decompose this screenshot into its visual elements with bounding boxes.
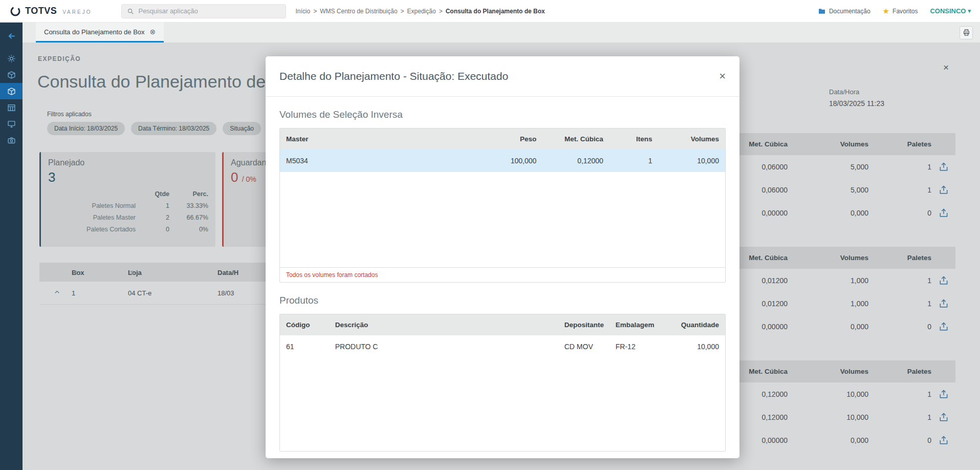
- totvs-logo: TOTVS VAREJO: [9, 5, 92, 17]
- cell-quantidade: 10,000: [663, 343, 725, 351]
- sidebar-item-monitor[interactable]: [0, 116, 23, 132]
- cell-depositante: CD MOV: [558, 343, 609, 351]
- cell-descricao: PRODUTO C: [329, 343, 558, 351]
- sidebar: [0, 23, 23, 470]
- brand-product: VAREJO: [62, 9, 92, 15]
- cell-master: M5034: [280, 157, 467, 165]
- app-window: TOTVS VAREJO Início > WMS Centro de Dist…: [0, 0, 980, 470]
- table-row-selected[interactable]: M5034 100,000 0,12000 1 10,000: [280, 149, 725, 172]
- modal-body: Volumes de Seleção Inversa Master Peso M…: [266, 97, 739, 458]
- sidebar-item-camera[interactable]: [0, 132, 23, 148]
- sidebar-item-package[interactable]: [0, 67, 23, 83]
- sidebar-item-grid[interactable]: [0, 99, 23, 116]
- package-icon: [7, 71, 16, 79]
- volumes-cut-note: Todos os volumes foram cortados: [280, 267, 725, 282]
- volumes-table-header: Master Peso Met. Cúbica Itens Volumes: [280, 129, 725, 149]
- produtos-table-header: Código Descrição Depositante Embalagem Q…: [280, 314, 725, 335]
- col-quantidade: Quantidade: [663, 321, 725, 329]
- col-itens: Itens: [609, 135, 659, 143]
- table-empty-space: [280, 358, 725, 451]
- col-peso: Peso: [467, 135, 542, 143]
- search-input[interactable]: [138, 7, 280, 15]
- breadcrumb-separator: >: [401, 8, 404, 15]
- detail-modal: Detalhe do Planejamento - Situação: Exec…: [266, 56, 739, 458]
- close-icon[interactable]: ×: [719, 71, 726, 82]
- sidebar-back-button[interactable]: [0, 28, 23, 44]
- tab-consulta-planejamento[interactable]: Consulta do Planejamento de Box ⊗: [36, 23, 164, 42]
- col-embalagem: Embalagem: [609, 321, 663, 329]
- search-icon: [127, 8, 134, 15]
- cell-peso: 100,000: [467, 157, 542, 165]
- documentation-link[interactable]: Documentação: [818, 7, 870, 15]
- produtos-table: Código Descrição Depositante Embalagem Q…: [279, 314, 726, 452]
- top-bar: TOTVS VAREJO Início > WMS Centro de Dist…: [0, 0, 980, 23]
- print-button[interactable]: [960, 26, 973, 39]
- cell-embalagem: FR-12: [609, 343, 663, 351]
- brand-name: TOTVS: [25, 6, 57, 16]
- sidebar-item-settings[interactable]: [0, 50, 23, 67]
- folder-icon: [818, 7, 826, 15]
- volumes-table: Master Peso Met. Cúbica Itens Volumes M5…: [279, 128, 726, 283]
- modal-title: Detalhe do Planejamento - Situação: Exec…: [279, 70, 508, 82]
- tab-label: Consulta do Planejamento de Box: [44, 28, 145, 36]
- tab-close-icon[interactable]: ⊗: [150, 28, 156, 36]
- col-depositante: Depositante: [558, 321, 609, 329]
- cell-itens: 1: [609, 157, 659, 165]
- table-icon: [7, 103, 16, 112]
- user-name: CONSINCO: [930, 7, 966, 15]
- tab-bar: Consulta do Planejamento de Box ⊗: [23, 23, 980, 43]
- breadcrumb-item-expedicao[interactable]: Expedição: [407, 8, 436, 15]
- arrow-left-icon: [7, 31, 16, 41]
- monitor-icon: [7, 120, 16, 129]
- modal-header: Detalhe do Planejamento - Situação: Exec…: [266, 56, 739, 97]
- col-codigo: Código: [280, 321, 329, 329]
- user-menu[interactable]: CONSINCO ▾: [930, 7, 971, 15]
- col-volumes: Volumes: [658, 135, 725, 143]
- col-descricao: Descrição: [329, 321, 558, 329]
- breadcrumb: Início > WMS Centro de Distribuição > Ex…: [295, 8, 545, 15]
- table-row[interactable]: 61 PRODUTO C CD MOV FR-12 10,000: [280, 335, 725, 358]
- totvs-logo-icon: [9, 5, 21, 17]
- documentation-label: Documentação: [829, 8, 870, 15]
- topbar-actions: Documentação ★ Favoritos CONSINCO ▾: [818, 7, 971, 15]
- chevron-down-icon: ▾: [968, 8, 971, 14]
- box-icon: [7, 87, 16, 96]
- sidebar-item-expedition-active[interactable]: [0, 83, 23, 99]
- gear-icon: [7, 54, 16, 63]
- col-master: Master: [280, 135, 467, 143]
- table-empty-space: [280, 172, 725, 267]
- camera-icon: [7, 136, 16, 145]
- favorites-label: Favoritos: [892, 8, 918, 15]
- favorites-link[interactable]: ★ Favoritos: [883, 7, 918, 15]
- breadcrumb-separator: >: [439, 8, 443, 15]
- cell-codigo: 61: [280, 343, 329, 351]
- breadcrumb-separator: >: [313, 8, 317, 15]
- volumes-section-title: Volumes de Seleção Inversa: [279, 109, 726, 120]
- produtos-section-title: Produtos: [279, 295, 726, 306]
- star-icon: ★: [883, 7, 889, 15]
- cell-met-cubica: 0,12000: [542, 157, 609, 165]
- main-area: EXPEDIÇÃO Consulta do Planejamento de Bo…: [23, 43, 980, 470]
- printer-icon: [963, 29, 970, 36]
- breadcrumb-current: Consulta do Planejamento de Box: [446, 8, 545, 15]
- breadcrumb-item-wms[interactable]: WMS Centro de Distribuição: [320, 8, 397, 15]
- col-met-cubica: Met. Cúbica: [542, 135, 609, 143]
- cell-volumes: 10,000: [658, 157, 725, 165]
- app-search[interactable]: [121, 4, 286, 18]
- breadcrumb-item-inicio[interactable]: Início: [295, 8, 310, 15]
